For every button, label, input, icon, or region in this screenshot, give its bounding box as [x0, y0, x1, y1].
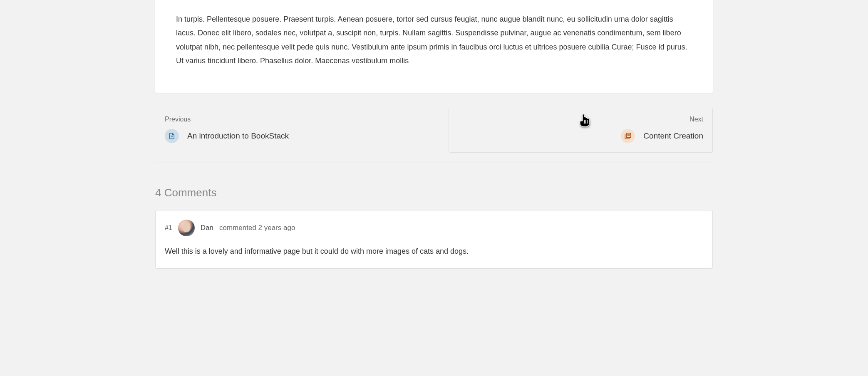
comment-body: Well this is a lovely and informative pa… — [165, 245, 703, 257]
next-label: Next — [458, 116, 703, 123]
comment-author[interactable]: Dan — [201, 224, 213, 232]
comment-number[interactable]: #1 — [165, 224, 172, 232]
page-content-paragraph: In turpis. Pellentesque posuere. Praesen… — [176, 12, 692, 68]
comment-card: #1 Dan commented 2 years ago Well this i… — [155, 210, 713, 269]
page-icon — [165, 129, 179, 143]
page-navigation: Previous An introduction to BookStack Ne… — [155, 108, 713, 153]
avatar[interactable] — [178, 220, 195, 236]
comment-meta: commented 2 years ago — [219, 224, 295, 232]
comment-header: #1 Dan commented 2 years ago — [165, 220, 703, 236]
next-title: Content Creation — [643, 131, 703, 141]
previous-page-link[interactable]: Previous An introduction to BookStack — [155, 108, 439, 153]
chapter-icon — [621, 129, 635, 143]
next-page-link[interactable]: Next Content Creation — [449, 108, 713, 153]
previous-label: Previous — [165, 116, 429, 123]
section-divider — [155, 163, 713, 163]
previous-title: An introduction to BookStack — [187, 131, 289, 141]
page-content-card: In turpis. Pellentesque posuere. Praesen… — [155, 0, 713, 93]
comments-heading: 4 Comments — [155, 186, 713, 199]
